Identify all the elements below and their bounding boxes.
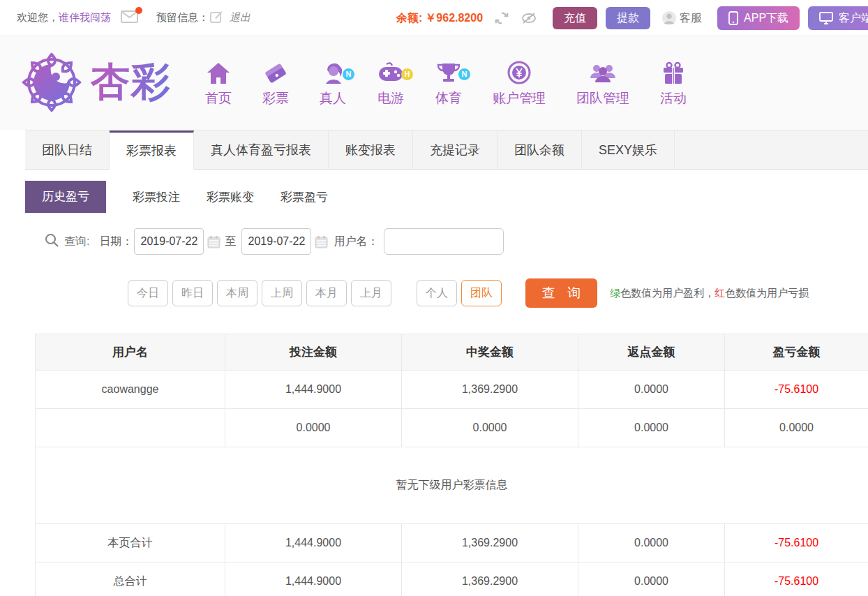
legend-green-char: 绿 xyxy=(610,287,620,299)
balance-value: ￥962.8200 xyxy=(425,11,483,26)
reserved-info-label: 预留信息： xyxy=(156,11,209,24)
account-icon xyxy=(507,59,532,85)
tab-team-balance[interactable]: 团队余额 xyxy=(497,131,582,169)
col-win-amount: 中奖金额 xyxy=(402,334,578,371)
brand-name: 杏彩 xyxy=(91,56,172,109)
cell-label: 本页合计 xyxy=(36,524,225,563)
refresh-balance-icon[interactable] xyxy=(494,10,509,26)
query-section-label: 查询: xyxy=(64,234,89,249)
nav-label: 团队管理 xyxy=(576,89,629,107)
nav-item-live[interactable]: 真人 N xyxy=(304,59,361,107)
cell-win: 1,369.2900 xyxy=(402,371,578,409)
username-label: 用户名： xyxy=(334,234,378,249)
query-submit-button[interactable]: 查 询 xyxy=(525,278,597,308)
profit-report-table: 用户名 投注金额 中奖金额 返点金额 盈亏金额 caowangge 1,444.… xyxy=(35,334,868,596)
current-username-link[interactable]: 谁伴我闯荡 xyxy=(59,11,111,24)
topbar-right: 余额: ￥962.8200 充值 提款 客服 APP下载 客户端下载 xyxy=(396,0,868,36)
nav-label: 活动 xyxy=(660,89,687,107)
scope-team-button[interactable]: 团队 xyxy=(461,280,502,306)
brand-logo-icon xyxy=(20,49,84,116)
quick-this-month-button[interactable]: 本月 xyxy=(306,280,347,306)
tab-team-daily[interactable]: 团队日结 xyxy=(25,131,110,169)
cell-bet: 0.0000 xyxy=(225,409,402,447)
quick-last-week-button[interactable]: 上周 xyxy=(262,280,302,306)
quick-today-button[interactable]: 今日 xyxy=(128,280,168,306)
legend-red-char: 红 xyxy=(714,287,725,299)
nav-badge: N xyxy=(458,68,470,80)
nav-item-sports[interactable]: 体育 N xyxy=(420,59,477,107)
quick-filter-row: 今日 昨日 本周 上周 本月 上月 个人 团队 查 询 绿色数值为用户盈利，红色… xyxy=(128,278,868,308)
cell-label: 总合计 xyxy=(36,563,225,596)
scope-personal-button[interactable]: 个人 xyxy=(417,280,457,306)
nav-item-team[interactable]: 团队管理 xyxy=(561,59,645,107)
nav-label: 真人 xyxy=(320,89,346,107)
customer-service-button[interactable]: 客服 xyxy=(661,10,702,26)
team-icon xyxy=(589,59,617,85)
welcome-text: 欢迎您， xyxy=(17,11,59,24)
logout-link[interactable]: 退出 xyxy=(230,11,250,24)
tab-live-sports-report[interactable]: 真人体育盈亏报表 xyxy=(194,131,329,169)
app-download-label: APP下载 xyxy=(744,11,788,26)
subtab-lottery-bets[interactable]: 彩票投注 xyxy=(133,189,180,205)
col-username: 用户名 xyxy=(36,334,225,371)
mail-icon[interactable] xyxy=(121,10,138,25)
cell-username: caowangge xyxy=(36,371,225,409)
empty-state-row: 暂无下级用户彩票信息 xyxy=(36,447,868,524)
table-row: 0.0000 0.0000 0.0000 0.0000 xyxy=(36,409,868,447)
date-range-separator: 至 xyxy=(225,234,236,249)
withdraw-button[interactable]: 提款 xyxy=(606,7,650,29)
username-input[interactable] xyxy=(384,228,504,255)
tab-lottery-report[interactable]: 彩票报表 xyxy=(110,131,194,170)
subtab-lottery-account-change[interactable]: 彩票账变 xyxy=(207,189,254,205)
home-icon xyxy=(206,59,231,85)
hide-balance-icon[interactable] xyxy=(521,11,537,25)
topbar: 欢迎您， 谁伴我闯荡 预留信息： 退出 余额: ￥962.8200 充值 提款 … xyxy=(0,0,868,36)
gift-icon xyxy=(661,59,685,85)
cell-bet: 1,444.9000 xyxy=(225,563,402,596)
tab-deposit-withdraw-records[interactable]: 充提记录 xyxy=(413,131,497,169)
app-download-button[interactable]: APP下载 xyxy=(717,6,800,30)
cell-win: 0.0000 xyxy=(402,409,578,447)
brand-logo[interactable]: 杏彩 xyxy=(20,49,172,116)
date-from-input[interactable] xyxy=(134,228,204,255)
unread-dot xyxy=(135,7,142,14)
client-download-label: 客户端下载 xyxy=(839,11,868,26)
nav-label: 首页 xyxy=(205,89,232,107)
cell-profit: -75.6100 xyxy=(725,524,868,563)
nav-badge: H xyxy=(401,68,413,80)
col-profit-amount: 盈亏金额 xyxy=(725,334,868,371)
nav-item-home[interactable]: 首页 xyxy=(190,59,247,107)
quick-yesterday-button[interactable]: 昨日 xyxy=(172,280,213,306)
cell-win: 1,369.2900 xyxy=(402,563,578,596)
legend-red-text: 色数值为用户亏损 xyxy=(725,287,809,299)
cell-username xyxy=(36,409,225,447)
nav-item-lottery[interactable]: 彩票 xyxy=(247,59,304,107)
empty-state-message: 暂无下级用户彩票信息 xyxy=(36,447,868,524)
nav-item-account[interactable]: 账户管理 xyxy=(477,59,561,107)
tab-account-change-report[interactable]: 账变报表 xyxy=(329,131,413,169)
date-to-input[interactable] xyxy=(241,228,311,255)
col-bet-amount: 投注金额 xyxy=(225,334,402,371)
subtab-lottery-profit[interactable]: 彩票盈亏 xyxy=(280,189,328,205)
nav-item-egames[interactable]: 电游 H xyxy=(361,59,420,107)
customer-service-label: 客服 xyxy=(680,11,702,26)
quick-this-week-button[interactable]: 本周 xyxy=(217,280,257,306)
sub-tabbar: 历史盈亏 彩票投注 彩票账变 彩票盈亏 xyxy=(25,181,868,213)
nav-label: 电游 xyxy=(377,89,404,107)
ticket-icon xyxy=(262,59,289,85)
col-rebate-amount: 返点金额 xyxy=(578,334,725,371)
client-download-button[interactable]: 客户端下载 xyxy=(808,6,868,30)
edit-icon[interactable] xyxy=(210,10,223,25)
nav-label: 体育 xyxy=(435,89,462,107)
nav-item-promotions[interactable]: 活动 xyxy=(645,59,702,107)
subtab-history-profit[interactable]: 历史盈亏 xyxy=(25,181,106,213)
nav-label: 账户管理 xyxy=(493,89,546,107)
header-nav-row: 杏彩 首页 彩票 真人 N 电游 xyxy=(0,36,868,130)
calendar-icon[interactable] xyxy=(315,235,328,248)
monitor-icon xyxy=(819,12,833,24)
report-tabbar: 团队日结 彩票报表 真人体育盈亏报表 账变报表 充提记录 团队余额 SEXY娱乐 xyxy=(25,130,868,170)
quick-last-month-button[interactable]: 上月 xyxy=(351,280,391,306)
recharge-button[interactable]: 充值 xyxy=(553,7,597,29)
tab-sexy-entertainment[interactable]: SEXY娱乐 xyxy=(582,131,675,169)
calendar-icon[interactable] xyxy=(207,235,220,248)
